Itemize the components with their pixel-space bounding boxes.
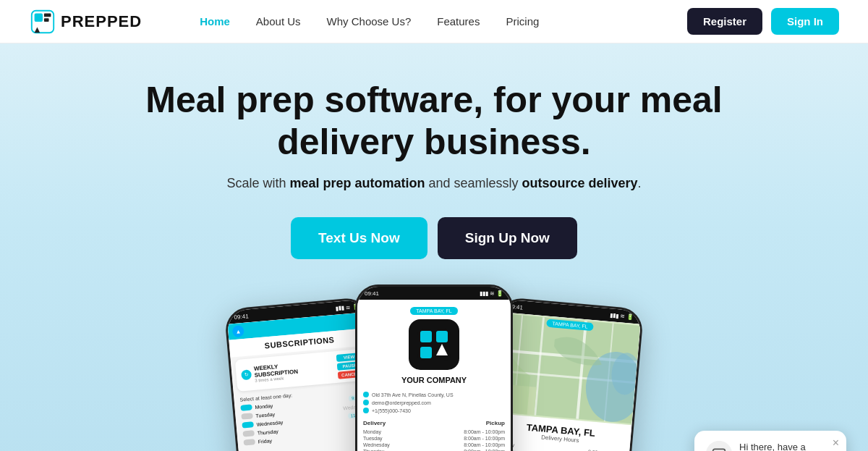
- phone-logo: ▲: [232, 325, 244, 337]
- chat-bubble: Hi there, have a question? Text us here.…: [694, 431, 846, 451]
- subtitle-end: .: [638, 176, 642, 190]
- text-us-button[interactable]: Text Us Now: [291, 217, 427, 259]
- company-address: Old 37th Ave N, Pinellas County, US: [363, 392, 505, 397]
- svg-rect-8: [436, 331, 448, 342]
- phone-center: 09:41 ▮▮▮ ≋ 🔋 TAMPA BAY, FL YOUR COMPANY: [355, 284, 513, 451]
- nav-actions: Register Sign In: [687, 8, 839, 35]
- subtitle-mid: and seamlessly: [425, 176, 522, 190]
- company-name: YOUR COMPANY: [401, 376, 467, 384]
- company-phone: +1(555)000-7430: [363, 408, 505, 413]
- svg-rect-4: [44, 18, 49, 22]
- delivery-table-header: Delivery Pickup: [363, 420, 505, 426]
- nav-about[interactable]: About Us: [256, 15, 301, 28]
- map-area: TAMPA BAY, FL: [492, 312, 640, 425]
- hero-title: Meal prep software, for your meal delive…: [145, 80, 723, 163]
- delivery-table: Delivery Pickup Monday8:00am - 10:00pm T…: [363, 420, 505, 451]
- phone-icon: [363, 408, 369, 413]
- schedule-wednesday: Wednesday8:00am - 10:00pm: [363, 442, 505, 447]
- email-icon: [363, 400, 369, 405]
- svg-rect-2: [35, 13, 43, 21]
- sub-info: WEEKLY SUBSCRIPTION 3 times a week: [254, 362, 299, 383]
- navbar: PREPPED Home About Us Why Choose Us? Fea…: [0, 0, 868, 43]
- status-bar-center: 09:41 ▮▮▮ ≋ 🔋: [357, 287, 511, 300]
- subtitle-bold1: meal prep automation: [289, 176, 425, 190]
- nav-why[interactable]: Why Choose Us?: [327, 15, 412, 28]
- nav-features[interactable]: Features: [437, 15, 480, 28]
- hero-subtitle: Scale with meal prep automation and seam…: [226, 176, 641, 191]
- nav-links: Home About Us Why Choose Us? Features Pr…: [200, 15, 687, 28]
- svg-rect-7: [420, 331, 432, 342]
- company-chip: TAMPA BAY, FL: [410, 307, 457, 315]
- signin-button[interactable]: Sign In: [771, 8, 839, 35]
- company-logo: [409, 319, 459, 370]
- nav-logo[interactable]: PREPPED: [29, 8, 142, 35]
- phone-center-content: TAMPA BAY, FL YOUR COMPANY Old 37th Ave …: [357, 300, 511, 451]
- subtitle-pre: Scale with: [226, 176, 289, 190]
- logo-text: PREPPED: [61, 12, 142, 31]
- chat-icon: [706, 441, 732, 451]
- subtitle-bold2: outsource delivery: [522, 176, 638, 190]
- sub-icon: ↻: [241, 369, 252, 380]
- hero-buttons: Text Us Now Sign Up Now: [291, 217, 577, 259]
- location-icon: [363, 392, 369, 397]
- chat-close-icon[interactable]: ×: [833, 437, 839, 450]
- register-button[interactable]: Register: [687, 8, 762, 35]
- nav-pricing[interactable]: Pricing: [506, 15, 539, 28]
- svg-rect-3: [44, 13, 51, 17]
- phones-display: 09:41 ▮▮▮ ≋ 🔋 ▲ ≡ SUBSCRIPTIONS ↻ WEEKLY: [0, 288, 868, 451]
- schedule-tuesday: Tuesday8:00am - 10:00pm: [363, 436, 505, 441]
- chat-message: Hi there, have a question? Text us here.: [739, 441, 835, 451]
- svg-rect-9: [420, 347, 432, 358]
- signup-button[interactable]: Sign Up Now: [438, 217, 577, 259]
- schedule-monday: Monday8:00am - 10:00pm: [363, 429, 505, 434]
- nav-home[interactable]: Home: [200, 15, 230, 28]
- hero-section: Meal prep software, for your meal delive…: [0, 43, 868, 451]
- company-email: demo@orderprepped.com: [363, 400, 505, 405]
